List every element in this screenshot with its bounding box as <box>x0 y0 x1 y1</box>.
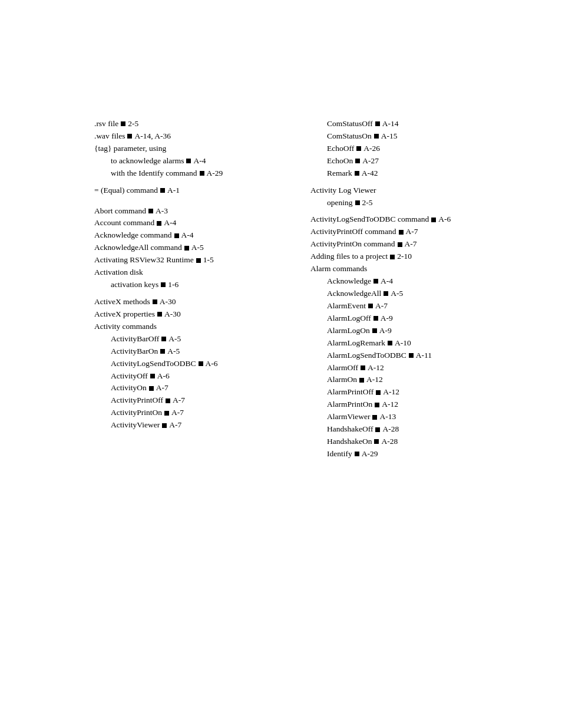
right-column: ComStatusOffA-14ComStatusOnA-15EchoOffA-… <box>310 118 503 465</box>
index-entry: EchoOffA-26 <box>310 143 503 155</box>
entry-page: A-1 <box>167 186 180 195</box>
index-entry: AcknowledgeAll commandA-5 <box>94 242 287 254</box>
bullet-icon <box>196 258 201 263</box>
entry-text: ActivityViewer <box>111 420 160 429</box>
index-entry: ActivityLogSendToODBC commandA-6 <box>310 213 503 226</box>
index-entry: ActivityViewerA-7 <box>94 419 287 431</box>
entry-text: AlarmLogOff <box>327 314 371 322</box>
group-label: {tag} parameter, using <box>94 143 287 155</box>
entry-page: A-4 <box>193 156 206 165</box>
entry-text: AlarmEvent <box>327 301 366 310</box>
bullet-icon <box>372 415 377 420</box>
index-entry: IdentifyA-29 <box>310 448 503 460</box>
index-group: Activation diskactivation keys1-6 <box>94 266 287 291</box>
index-content: .rsv file2-5.wav filesA-14, A-36{tag} pa… <box>94 118 503 465</box>
bullet-icon <box>376 390 381 395</box>
index-entry: Account commandA-4 <box>94 217 287 229</box>
group-label: Activity commands <box>94 321 287 333</box>
entry-text: ActivityLogSendToODBC command <box>310 215 429 223</box>
bullet-icon <box>161 282 166 287</box>
index-entry: ComStatusOffA-14 <box>310 118 503 130</box>
entry-page: A-42 <box>362 169 378 177</box>
index-entry: AlarmViewerA-13 <box>310 411 503 423</box>
entry-page: A-29 <box>207 169 223 177</box>
bullet-icon <box>375 427 380 432</box>
bullet-icon <box>355 452 359 456</box>
entry-text: AcknowledgeAll <box>327 289 381 298</box>
bullet-icon <box>153 299 157 304</box>
bullet-icon <box>409 353 414 358</box>
entry-text: activation keys <box>111 280 158 289</box>
entry-text: Abort command <box>94 206 146 215</box>
index-entry: ActivityOnA-7 <box>94 382 287 394</box>
entry-text: AlarmOn <box>327 375 357 384</box>
index-entry: RemarkA-42 <box>310 167 503 180</box>
entry-text: .wav files <box>94 131 125 140</box>
bullet-icon <box>121 121 125 126</box>
index-entry: AlarmPrintOnA-12 <box>310 398 503 411</box>
index-entry: .rsv file2-5 <box>94 118 287 130</box>
entry-text: ComStatusOn <box>327 131 372 140</box>
bullet-icon <box>161 337 166 341</box>
entry-text: Acknowledge <box>327 276 371 285</box>
index-entry: ComStatusOnA-15 <box>310 130 503 143</box>
entry-text: AlarmPrintOff <box>327 387 373 396</box>
index-entry: HandshakeOnA-28 <box>310 436 503 448</box>
index-entry: ActivityOffA-6 <box>94 370 287 383</box>
index-entry: ActivityPrintOn commandA-7 <box>310 238 503 251</box>
bullet-icon <box>356 146 361 151</box>
index-entry: AlarmLogSendToODBCA-11 <box>310 350 503 362</box>
entry-page: 2-5 <box>362 198 373 207</box>
bullet-icon <box>374 134 379 139</box>
index-entry: ActivityBarOffA-5 <box>94 333 287 345</box>
entry-page: A-15 <box>381 131 398 140</box>
entry-text: Account command <box>94 218 154 227</box>
bullet-icon <box>368 304 373 308</box>
entry-page: 2-10 <box>397 252 412 261</box>
entry-text: = (Equal) command <box>94 186 158 195</box>
entry-page: A-6 <box>157 371 170 380</box>
entry-page: A-4 <box>164 218 176 227</box>
group-label: Activity Log Viewer <box>310 185 503 197</box>
entry-page: A-7 <box>169 420 181 429</box>
entry-page: A-7 <box>171 408 184 417</box>
bullet-icon <box>398 242 402 247</box>
entry-page: A-26 <box>363 144 380 153</box>
index-entry: ActivityLogSendToODBCA-6 <box>94 358 287 370</box>
entry-text: ActivityPrintOn <box>111 408 162 417</box>
entry-text: ActivityOn <box>111 383 147 392</box>
bullet-icon <box>174 233 179 238</box>
entry-page: A-12 <box>368 363 384 372</box>
entry-text: ActiveX methods <box>94 297 150 306</box>
bullet-icon <box>160 188 165 193</box>
entry-text: AlarmOff <box>327 363 358 372</box>
group-label: Alarm commands <box>310 263 503 275</box>
index-entry: ActivityPrintOnA-7 <box>94 407 287 419</box>
bullet-icon <box>157 312 162 317</box>
entry-page: A-10 <box>395 338 411 347</box>
entry-text: opening <box>327 198 353 207</box>
entry-text: AcknowledgeAll command <box>94 243 182 252</box>
bullet-icon <box>388 341 392 345</box>
entry-text: HandshakeOn <box>327 437 372 446</box>
index-entry: AlarmPrintOffA-12 <box>310 386 503 398</box>
bullet-icon <box>384 291 388 296</box>
entry-page: A-12 <box>382 400 398 409</box>
entry-text: AlarmViewer <box>327 412 370 421</box>
entry-page: A-14, A-36 <box>134 131 171 140</box>
entry-page: A-9 <box>381 314 393 322</box>
index-entry: ActivityBarOnA-5 <box>94 345 287 358</box>
entry-text: HandshakeOff <box>327 424 373 433</box>
entry-text: to acknowledge alarms <box>111 156 184 165</box>
index-entry: ActiveX propertiesA-30 <box>94 308 287 321</box>
bullet-icon <box>157 221 161 226</box>
bullet-icon <box>375 403 379 407</box>
entry-text: ActivityPrintOff command <box>310 227 396 236</box>
entry-page: A-4 <box>381 276 393 285</box>
bullet-icon <box>355 159 360 163</box>
entry-page: A-5 <box>191 243 204 252</box>
bullet-icon <box>149 386 154 391</box>
entry-text: Identify <box>327 449 352 458</box>
index-group: Activity commandsActivityBarOffA-5Activi… <box>94 321 287 431</box>
entry-text: ActivityPrintOn command <box>310 239 395 248</box>
